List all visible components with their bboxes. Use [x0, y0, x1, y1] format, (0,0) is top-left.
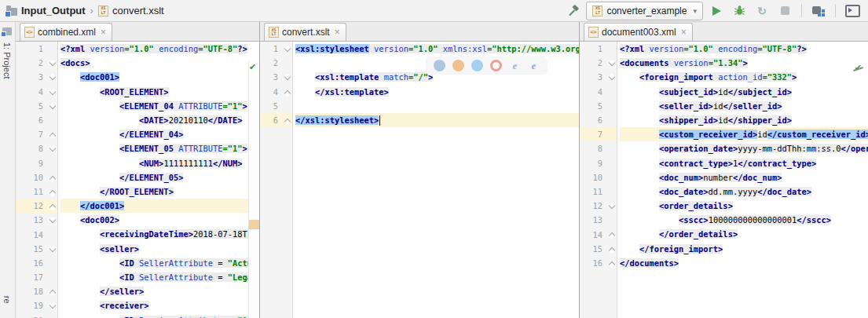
code-line: <?xml version="1.0" encoding="UTF-8"?>: [620, 42, 868, 56]
fold-marker-icon[interactable]: [284, 113, 292, 127]
code-editor[interactable]: <xsl:stylesheet version="1.0" xmlns:xsl=…: [293, 42, 579, 318]
fold-marker-icon[interactable]: [49, 70, 57, 84]
fold-marker-icon[interactable]: [49, 85, 57, 99]
toolwindow-button-project[interactable]: 1: Project: [2, 42, 12, 79]
open-in-browser-bar: ee: [426, 57, 548, 75]
safari-browser-icon[interactable]: [471, 60, 483, 71]
line-number: 3: [580, 72, 608, 82]
chrome-browser-icon[interactable]: [434, 60, 445, 71]
tab-bar: <> combined.xml ×: [16, 22, 259, 42]
fold-marker-icon[interactable]: [49, 284, 57, 298]
opera-browser-icon[interactable]: [490, 60, 502, 71]
project-windows-button[interactable]: [809, 2, 828, 20]
fold-marker-icon[interactable]: [608, 70, 617, 84]
tab-combined-xml[interactable]: <> combined.xml ×: [20, 23, 112, 41]
chevron-right-icon: ›: [90, 5, 93, 16]
code-token: ="UTF-8": [198, 44, 237, 53]
code-token: </custom_receiver_id>: [767, 130, 868, 139]
editor-pane-convert-xslt: XS LT convert.xslt × 123456 <xsl:stylesh…: [259, 22, 579, 318]
code-line: <ROOT_ELEMENT>: [60, 85, 259, 99]
debug-button[interactable]: [730, 2, 749, 20]
code-editor[interactable]: <?xml version="1.0" encoding="UTF-8"?><d…: [617, 42, 868, 318]
code-token: <seller>: [100, 244, 139, 254]
firefox-browser-icon[interactable]: [452, 60, 464, 71]
tab-close-icon[interactable]: ×: [335, 27, 340, 38]
fold-marker-icon[interactable]: [49, 213, 57, 227]
folders-toolwindow-icon: [812, 5, 826, 16]
editor-gutter[interactable]: 1234567891011121314151617181920: [16, 42, 58, 318]
project-toolwindow-icon[interactable]: [2, 27, 12, 35]
fold-marker-icon[interactable]: [608, 199, 617, 213]
code-token: </shipper_id>: [728, 115, 792, 125]
fold-marker-icon[interactable]: [284, 85, 292, 99]
breadcrumb-file[interactable]: convert.xslt: [112, 5, 164, 16]
editor-gutter[interactable]: 12345678910111213141516: [580, 42, 617, 318]
editor-gutter[interactable]: 123456: [260, 42, 293, 318]
line-number: 1: [580, 44, 608, 53]
code-token: </contract_type>: [738, 159, 816, 168]
edge-browser-icon[interactable]: e: [528, 60, 540, 71]
code-token: </foreign_import>: [639, 244, 723, 254]
code-token: version: [374, 44, 408, 53]
code-token: <foreign_import: [639, 72, 718, 82]
fold-marker-icon[interactable]: [284, 70, 292, 84]
code-line: <shipper_id>id</shipper_id>: [620, 113, 868, 127]
code-token: id: [718, 87, 728, 97]
line-number: 4: [260, 87, 284, 97]
tab-close-icon[interactable]: ×: [681, 27, 687, 38]
stop-button[interactable]: [775, 2, 794, 20]
run-toolwindow-button[interactable]: [843, 2, 862, 20]
code-token: 1111111111: [163, 159, 213, 168]
fold-marker-icon[interactable]: [608, 56, 617, 70]
fold-marker-icon[interactable]: [49, 99, 57, 113]
code-token: encoding: [159, 44, 198, 53]
line-number: 3: [260, 72, 284, 82]
fold-marker-icon[interactable]: [49, 127, 57, 141]
fold-marker-icon[interactable]: [284, 42, 292, 56]
breadcrumb-project[interactable]: Input_Output: [21, 5, 86, 16]
line-number: 1: [16, 44, 49, 53]
fold-marker-icon[interactable]: [608, 227, 617, 241]
tab-close-icon[interactable]: ×: [101, 27, 106, 38]
code-token: <xsl:template: [315, 72, 384, 82]
code-line: <DATE>20210110</DATE>: [60, 113, 259, 127]
fold-marker-icon[interactable]: [49, 141, 57, 155]
line-number: 19: [16, 301, 49, 310]
code-token: version: [674, 58, 709, 68]
xslt-file-icon: XS LT: [592, 5, 602, 16]
line-number: 10: [580, 173, 608, 182]
code-token: =: [222, 316, 237, 318]
line-number: 2: [16, 58, 49, 68]
code-token: <?xml: [60, 44, 90, 53]
xml-file-icon: <>: [24, 27, 35, 38]
line-number: 8: [16, 144, 49, 153]
fold-marker-icon[interactable]: [49, 199, 57, 213]
fold-marker-icon[interactable]: [49, 298, 57, 313]
fold-marker-icon[interactable]: [49, 170, 57, 185]
fold-marker-icon[interactable]: [608, 256, 617, 270]
line-number: 2: [580, 58, 608, 68]
run-configuration-select[interactable]: XS LT converter_example ▾: [586, 2, 703, 20]
build-hammer-button[interactable]: [563, 2, 582, 20]
code-token: </operation_date>: [841, 144, 868, 153]
current-line-stripe-marker[interactable]: [249, 220, 259, 229]
code-line: <ELEMENT_05 ATTRIBUTE="1">: [60, 141, 259, 155]
chevron-down-icon: ▾: [693, 7, 697, 15]
run-with-coverage-button[interactable]: ↻: [753, 2, 771, 20]
code-token: version: [90, 44, 125, 53]
ie-browser-icon[interactable]: e: [509, 60, 521, 71]
code-token: version: [650, 44, 684, 53]
tab-document003-xml[interactable]: <> document003.xml ×: [584, 23, 693, 41]
fold-marker-icon[interactable]: [49, 56, 57, 70]
fold-marker-icon[interactable]: [49, 242, 57, 256]
code-token: <doc002>: [80, 215, 119, 225]
error-stripe-scrollbar[interactable]: ✔: [248, 61, 259, 318]
inspections-disabled-icon[interactable]: ✔: [855, 63, 862, 73]
run-button[interactable]: [707, 2, 726, 20]
fold-marker-icon[interactable]: [608, 242, 617, 256]
hammer-icon: [566, 5, 579, 17]
tab-convert-xslt[interactable]: XS LT convert.xslt ×: [264, 23, 346, 41]
toolwindow-button-structure[interactable]: Structure: [2, 295, 12, 318]
fold-marker-icon[interactable]: [49, 185, 57, 199]
code-editor[interactable]: <?xml version="1.0" encoding="UTF-8"?><d…: [58, 42, 259, 318]
